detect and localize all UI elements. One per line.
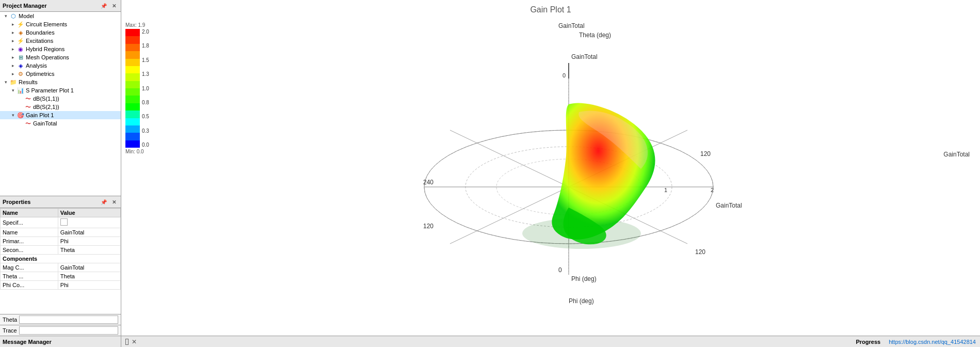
prop-magc-value: GainTotal bbox=[58, 263, 120, 272]
tree-item-gainplot[interactable]: ▾ 🎯 Gain Plot 1 bbox=[0, 111, 121, 119]
col-value-header: Value bbox=[58, 209, 120, 217]
boundary-icon: ◈ bbox=[17, 29, 25, 36]
prop-name-value: GainTotal bbox=[58, 228, 120, 237]
prop-secondary-value: Theta bbox=[58, 246, 120, 255]
table-row-components: Components bbox=[1, 255, 121, 263]
expand-gainplot[interactable]: ▾ bbox=[9, 113, 17, 118]
properties-header: Properties 📌 ✕ bbox=[0, 196, 121, 208]
progress-title: Progress bbox=[856, 339, 880, 345]
expand-circuit[interactable]: ▸ bbox=[9, 22, 17, 27]
label-120-leftbottom: 120 bbox=[423, 223, 433, 230]
expand-analysis[interactable]: ▸ bbox=[9, 63, 17, 68]
tree-item-circuit[interactable]: ▸ ⚡ Circuit Elements bbox=[0, 20, 121, 28]
tree-item-mesh[interactable]: ▸ ⊞ Mesh Operations bbox=[0, 53, 121, 61]
expand-sparameter[interactable]: ▾ bbox=[9, 88, 17, 93]
table-row: Phi Co... Phi bbox=[1, 281, 121, 290]
label-0-top: 0 bbox=[563, 72, 566, 78]
label-240: 240 bbox=[423, 179, 433, 186]
gain-total-top-label: GainTotal bbox=[571, 53, 598, 60]
project-manager-header: Project Manager 📌 ✕ bbox=[0, 0, 121, 12]
gain-plot-3d: GainTotal 0 Theta (deg) 240 120 bbox=[157, 17, 980, 336]
sparameter-plot-icon: 📊 bbox=[17, 87, 25, 94]
expand-boundaries[interactable]: ▸ bbox=[9, 30, 17, 35]
tree-label-gainplot: Gain Plot 1 bbox=[26, 112, 54, 118]
prop-theta-value: Theta bbox=[58, 272, 120, 281]
pin-bottom-icon[interactable] bbox=[125, 339, 128, 345]
close-bottom-icon[interactable]: ✕ bbox=[132, 338, 137, 345]
tree-label-results: Results bbox=[19, 79, 38, 85]
tree-item-model[interactable]: ▾ ⬡ Model bbox=[0, 12, 121, 20]
status-url[interactable]: https://blog.csdn.net/qq_41542814 bbox=[889, 339, 976, 345]
specif-checkbox[interactable] bbox=[60, 218, 68, 226]
tree-item-results[interactable]: ▾ 📁 Results bbox=[0, 78, 121, 86]
expand-optimetrics[interactable]: ▸ bbox=[9, 71, 17, 76]
prop-phico-label: Phi Co... bbox=[1, 281, 58, 290]
table-row: Theta ... Theta bbox=[1, 272, 121, 281]
color-scale-ticks: 2.0 1.8 1.5 1.3 1.0 0.8 0.5 0.3 0.0 bbox=[142, 29, 149, 148]
prop-theta-label: Theta ... bbox=[1, 272, 58, 281]
tree-item-db21[interactable]: 〜 dB(S(2,1)) bbox=[0, 103, 121, 111]
close-project-manager-button[interactable]: ✕ bbox=[110, 2, 118, 10]
expand-model[interactable]: ▾ bbox=[2, 13, 9, 19]
trace-row: Trace bbox=[0, 325, 121, 336]
tree-label-sparameter: S Parameter Plot 1 bbox=[26, 87, 74, 93]
message-manager-bar: Message Manager bbox=[0, 336, 121, 347]
tree-item-gaintotal[interactable]: 〜 GainTotal bbox=[0, 119, 121, 128]
prop-specif-value[interactable] bbox=[58, 217, 120, 228]
mesh-icon: ⊞ bbox=[17, 54, 25, 61]
gain-plot-svg: GainTotal 0 Theta (deg) 240 120 bbox=[388, 27, 749, 326]
theta-input[interactable] bbox=[19, 316, 118, 324]
cs-tick-0: 2.0 bbox=[142, 29, 149, 35]
cs-tick-6: 0.5 bbox=[142, 114, 149, 119]
tree-item-optimetrics[interactable]: ▸ ⚙ Optimetrics bbox=[0, 70, 121, 78]
prop-primary-value: Phi bbox=[58, 237, 120, 246]
label-2: 2 bbox=[711, 187, 714, 193]
theta-label: Theta bbox=[3, 317, 17, 323]
close-properties-button[interactable]: ✕ bbox=[110, 198, 118, 206]
pin-button[interactable]: 📌 bbox=[100, 2, 108, 10]
tree-item-excitations[interactable]: ▸ ⚡ Excitations bbox=[0, 37, 121, 45]
phi-deg-label: Phi (deg) bbox=[571, 275, 597, 282]
expand-results[interactable]: ▾ bbox=[2, 80, 9, 85]
gain-total-right-label: GainTotal bbox=[716, 202, 742, 209]
label-0-phi: 0 bbox=[558, 266, 562, 274]
expand-excitations[interactable]: ▸ bbox=[9, 38, 17, 43]
expand-hybrid[interactable]: ▸ bbox=[9, 46, 17, 52]
prop-phico-value: Phi bbox=[58, 281, 120, 290]
table-row: Mag C... GainTotal bbox=[1, 263, 121, 272]
properties-table: Name Value Specif... Name GainTotal bbox=[0, 208, 121, 314]
pin-properties-button[interactable]: 📌 bbox=[100, 198, 108, 206]
tree-item-boundaries[interactable]: ▸ ◈ Boundaries bbox=[0, 28, 121, 37]
tree-item-db11[interactable]: 〜 dB(S(1,1)) bbox=[0, 94, 121, 103]
trace-input[interactable] bbox=[19, 326, 118, 335]
expand-mesh[interactable]: ▸ bbox=[9, 55, 17, 60]
col-name-header: Name bbox=[1, 209, 58, 217]
theta-row: Theta bbox=[0, 314, 121, 325]
color-scale-bar bbox=[125, 29, 140, 148]
tree-item-analysis[interactable]: ▸ ◈ Analysis bbox=[0, 61, 121, 70]
cs-tick-8: 0.0 bbox=[142, 142, 149, 148]
bottom-main-bar: ✕ Progress https://blog.csdn.net/qq_4154… bbox=[121, 336, 980, 347]
label-120-topright: 120 bbox=[700, 150, 711, 157]
gainplot-icon: 🎯 bbox=[17, 112, 25, 119]
tree-item-hybrid[interactable]: ▸ ◉ Hybrid Regions bbox=[0, 45, 121, 53]
analysis-icon: ◈ bbox=[17, 62, 25, 69]
canvas-area: Gain Plot 1 Max: 1.9 bbox=[121, 0, 980, 336]
db21-icon: 〜 bbox=[24, 103, 32, 111]
excitation-icon: ⚡ bbox=[17, 37, 25, 44]
cs-tick-4: 1.0 bbox=[142, 86, 149, 91]
plot-title: Gain Plot 1 bbox=[121, 0, 980, 17]
canvas-content: Max: 1.9 bbox=[121, 17, 980, 336]
tree-label-mesh: Mesh Operations bbox=[26, 54, 69, 60]
tree-item-sparameter[interactable]: ▾ 📊 S Parameter Plot 1 bbox=[0, 86, 121, 94]
trace-label: Trace bbox=[3, 327, 17, 334]
cs-tick-3: 1.3 bbox=[142, 71, 149, 77]
prop-magc-label: Mag C... bbox=[1, 263, 58, 272]
tree-label-analysis: Analysis bbox=[26, 62, 47, 69]
tree-label-db11: dB(S(1,1)) bbox=[33, 96, 59, 102]
prop-name-label: Name bbox=[1, 228, 58, 237]
optimetrics-icon: ⚙ bbox=[17, 70, 25, 77]
db11-icon: 〜 bbox=[24, 95, 32, 102]
cs-tick-2: 1.5 bbox=[142, 57, 149, 63]
properties-title: Properties bbox=[3, 199, 30, 205]
